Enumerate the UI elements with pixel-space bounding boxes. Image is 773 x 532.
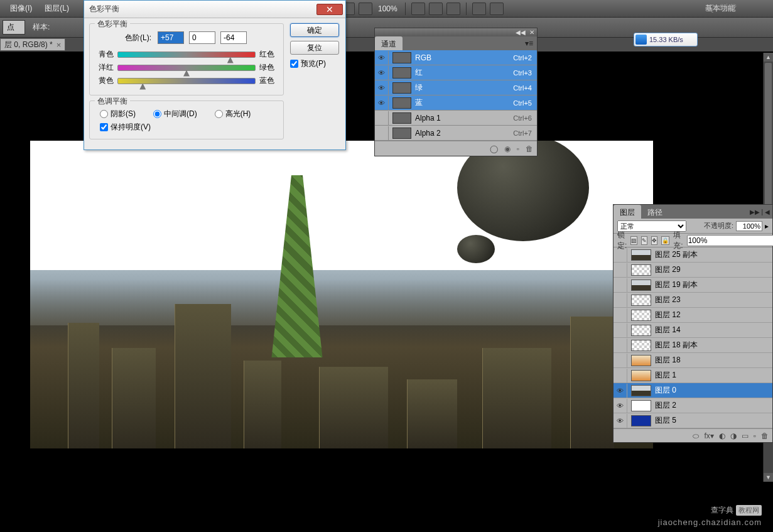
channel-row[interactable]: Alpha 2 Ctrl+7 [375,126,537,141]
visibility-toggle-icon[interactable] [614,354,627,367]
layer-name[interactable]: 图层 23 [655,295,681,305]
visibility-toggle-icon[interactable] [375,51,389,65]
layer-name[interactable]: 图层 19 副本 [655,280,698,290]
channel-row[interactable]: RGB Ctrl+2 [375,50,537,65]
lock-position-icon[interactable]: ✥ [651,236,657,245]
visibility-toggle-icon[interactable] [375,126,389,140]
visibility-toggle-icon[interactable] [614,263,627,277]
color-slider-1[interactable] [117,65,256,71]
opacity-flyout-icon[interactable]: ▸ [765,222,769,231]
scroll-down-arrow-icon[interactable]: ▼ [764,473,773,482]
level-input-magenta-green[interactable] [189,31,215,44]
channel-row[interactable]: 红 Ctrl+3 [375,65,537,80]
view-extras-icon[interactable] [359,3,372,15]
visibility-toggle-icon[interactable] [614,399,627,413]
layer-mask-icon[interactable]: ◐ [719,432,725,440]
tab-paths[interactable]: 路径 [641,205,669,219]
expand-panel-icon[interactable]: ▶▶ | ◀ [750,209,772,215]
layer-row[interactable]: 图层 5 [614,413,772,428]
layer-row[interactable]: 图层 29 [614,263,772,278]
fill-input[interactable] [687,235,773,246]
channel-row[interactable]: Alpha 1 Ctrl+6 [375,111,537,126]
layer-name[interactable]: 图层 12 [655,310,681,320]
opacity-input[interactable] [736,221,762,231]
visibility-toggle-icon[interactable] [614,414,627,428]
lock-transparent-icon[interactable]: ▨ [630,236,637,245]
scroll-up-arrow-icon[interactable]: ▲ [764,53,773,62]
slider-thumb[interactable] [139,84,146,90]
lock-image-icon[interactable]: ✎ [641,236,647,245]
channel-row[interactable]: 蓝 Ctrl+5 [375,95,537,111]
screen-mode-icon[interactable] [490,3,504,15]
dialog-titlebar[interactable]: 色彩平衡 ✕ [84,1,345,18]
zoom-tool-icon[interactable] [429,3,443,15]
slider-thumb[interactable] [183,70,190,77]
visibility-toggle-icon[interactable] [614,293,627,307]
layer-row[interactable]: 图层 12 [614,308,772,323]
hand-tool-icon[interactable] [411,3,425,15]
visibility-toggle-icon[interactable] [614,308,627,322]
link-layers-icon[interactable]: ⬭ [693,432,699,440]
visibility-toggle-icon[interactable] [375,66,389,80]
channel-row[interactable]: 绿 Ctrl+4 [375,80,537,95]
visibility-toggle-icon[interactable] [375,111,389,125]
visibility-toggle-icon[interactable] [614,384,627,398]
radio-shadows[interactable]: 阴影(S) [100,109,136,119]
layer-row[interactable]: 图层 14 [614,323,772,338]
adjustment-layer-icon[interactable]: ◑ [730,432,737,440]
visibility-toggle-icon[interactable] [614,278,627,292]
delete-channel-icon[interactable]: 🗑 [526,144,533,153]
layer-row[interactable]: 图层 1 [614,368,772,383]
layer-name[interactable]: 图层 25 副本 [655,249,698,260]
ok-button[interactable]: 确定 [290,23,339,37]
layer-name[interactable]: 图层 1 [655,370,676,381]
save-selection-icon[interactable]: ◉ [504,144,511,153]
tab-channels[interactable]: 通道 [375,36,403,50]
close-panel-icon[interactable]: ✕ [529,29,534,36]
visibility-toggle-icon[interactable] [614,323,627,337]
level-input-yellow-blue[interactable] [220,31,247,44]
slider-thumb[interactable] [227,57,234,63]
rotate-view-icon[interactable] [446,3,460,15]
arrange-docs-icon[interactable] [472,3,486,15]
tab-layers[interactable]: 图层 [614,205,641,219]
color-slider-0[interactable] [117,52,256,58]
menu-layer[interactable]: 图层(L) [38,3,75,14]
layer-row[interactable]: 图层 18 [614,353,772,368]
layer-group-icon[interactable]: ▭ [742,432,749,440]
visibility-toggle-icon[interactable] [375,81,389,95]
checkbox-preview[interactable]: 预览(P) [290,58,339,69]
layer-name[interactable]: 图层 14 [655,325,681,335]
radio-highlights[interactable]: 高光(H) [215,109,251,119]
layer-name[interactable]: 图层 18 [655,355,681,366]
visibility-toggle-icon[interactable] [614,339,627,352]
new-channel-icon[interactable]: ▫ [517,144,519,153]
level-input-cyan-red[interactable] [158,31,184,44]
menu-image[interactable]: 图像(I) [4,3,38,14]
visibility-toggle-icon[interactable] [375,96,389,110]
sample-size-dropdown[interactable]: 点 [3,20,25,35]
panel-menu-icon[interactable]: ▾≡ [525,39,537,48]
layer-row[interactable]: 图层 19 副本 [614,278,772,293]
document-tab[interactable]: 层 0, RGB/8) * × [0,38,65,51]
layer-name[interactable]: 图层 29 [655,264,681,275]
visibility-toggle-icon[interactable] [614,369,627,383]
layer-name[interactable]: 图层 5 [655,415,676,426]
visibility-toggle-icon[interactable] [614,248,627,262]
close-tab-icon[interactable]: × [57,40,62,50]
delete-layer-icon[interactable]: 🗑 [761,432,769,440]
network-speed-widget[interactable]: 15.33 KB/s [634,33,698,46]
layer-style-icon[interactable]: fx▾ [704,432,713,440]
layer-row[interactable]: 图层 23 [614,293,772,308]
close-button[interactable]: ✕ [316,4,343,15]
new-layer-icon[interactable]: ▫ [754,432,756,440]
color-slider-2[interactable] [117,78,256,84]
layer-row[interactable]: 图层 25 副本 [614,247,772,263]
checkbox-preserve-luminosity[interactable]: 保持明度(V) [96,122,277,133]
lock-all-icon[interactable]: 🔒 [661,236,669,245]
collapse-icon[interactable]: ◀◀ [516,29,526,36]
layer-row[interactable]: 图层 18 副本 [614,338,772,353]
radio-midtones[interactable]: 中间调(D) [153,109,197,119]
load-selection-icon[interactable]: ◯ [490,144,498,153]
layer-name[interactable]: 图层 2 [655,400,676,411]
